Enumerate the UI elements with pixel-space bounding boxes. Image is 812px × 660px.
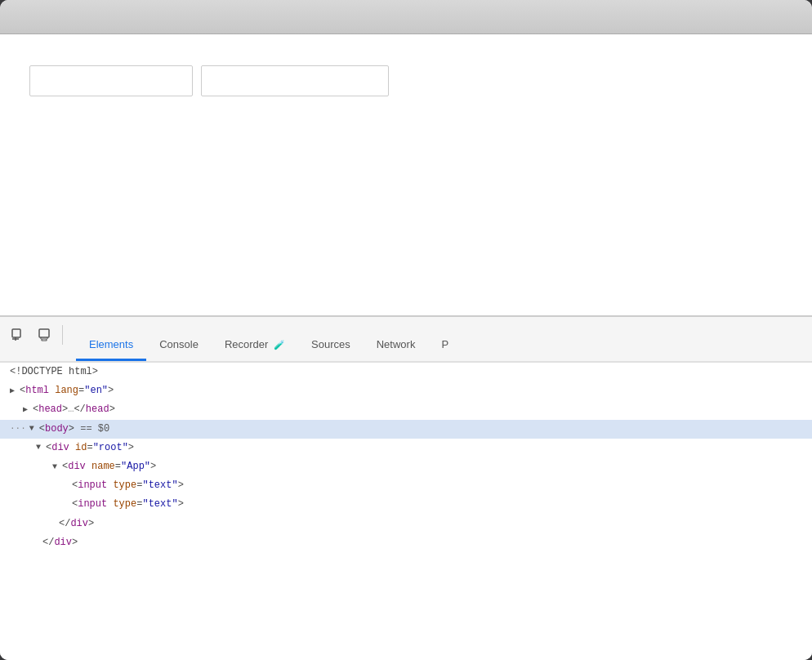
page-content-area: [0, 34, 812, 316]
tab-console[interactable]: Console: [146, 332, 212, 361]
div-root-close-line[interactable]: </div>: [0, 533, 812, 552]
input-row: [29, 65, 389, 96]
svg-rect-4: [42, 339, 47, 341]
toolbar-divider: [62, 325, 63, 345]
body-expand-toggle[interactable]: ▼: [29, 422, 38, 435]
device-icon: [38, 328, 51, 341]
input2-line[interactable]: <input type="text" >: [0, 495, 812, 514]
inspect-element-button[interactable]: [7, 323, 29, 346]
html-expand-toggle[interactable]: ▶: [10, 385, 18, 398]
tab-elements[interactable]: Elements: [76, 332, 146, 361]
tab-recorder[interactable]: Recorder 🧪: [212, 332, 298, 361]
tab-more[interactable]: P: [428, 332, 462, 361]
div-app-expand-toggle[interactable]: ▼: [52, 461, 60, 474]
div-app-line[interactable]: ▼ <div name="App" >: [0, 457, 812, 476]
svg-rect-0: [12, 329, 20, 337]
toolbar-icon-group: [0, 317, 73, 361]
div-root-expand-toggle[interactable]: ▼: [36, 441, 44, 454]
browser-window: Elements Console Recorder 🧪 Sources Netw…: [0, 0, 812, 660]
head-expand-toggle[interactable]: ▶: [23, 404, 31, 417]
doctype-line[interactable]: <!DOCTYPE html>: [0, 363, 812, 381]
head-tag-line[interactable]: ▶ <head>…</head>: [0, 400, 812, 419]
recorder-flask-icon: 🧪: [274, 340, 285, 350]
devtools-panel: Elements Console Recorder 🧪 Sources Netw…: [0, 316, 812, 660]
device-toggle-button[interactable]: [33, 323, 56, 346]
div-app-close-line[interactable]: </div>: [0, 515, 812, 533]
body-tag-line[interactable]: ··· ▼ <body> == $0: [0, 420, 812, 439]
devtools-tabs: Elements Console Recorder 🧪 Sources Netw…: [73, 317, 465, 361]
tab-sources[interactable]: Sources: [298, 332, 364, 361]
input1-line[interactable]: <input type="text" >: [0, 476, 812, 495]
svg-rect-3: [39, 329, 49, 337]
first-text-input[interactable]: [29, 65, 193, 96]
devtools-toolbar: Elements Console Recorder 🧪 Sources Netw…: [0, 317, 812, 363]
div-root-line[interactable]: ▼ <div id="root" >: [0, 439, 812, 457]
second-text-input[interactable]: [201, 65, 389, 96]
tab-network[interactable]: Network: [364, 332, 429, 361]
devtools-html-tree: <!DOCTYPE html> ▶ <html lang="en" > ▶ <h…: [0, 363, 812, 660]
html-tag-line[interactable]: ▶ <html lang="en" >: [0, 381, 812, 400]
browser-toolbar: [0, 0, 812, 34]
inspect-icon: [11, 328, 25, 341]
